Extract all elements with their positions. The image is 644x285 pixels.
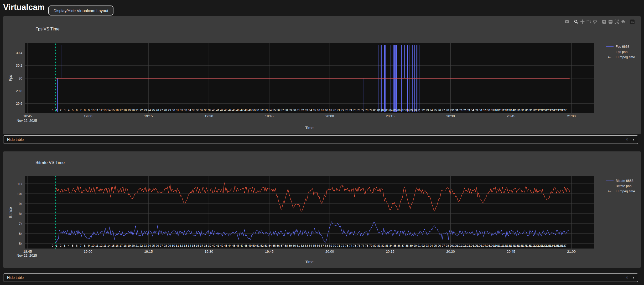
chevron-down-icon[interactable]: ▾: [633, 138, 634, 141]
svg-text:22: 22: [139, 244, 143, 247]
svg-text:94: 94: [430, 109, 433, 112]
svg-text:40: 40: [212, 109, 215, 112]
svg-text:53: 53: [264, 244, 268, 247]
svg-text:97: 97: [442, 244, 445, 247]
bitrate-plot-area[interactable]: 5k6k7k8k9k10k11k18:4519:0019:1519:3019:4…: [3, 151, 641, 268]
svg-text:30: 30: [172, 109, 175, 112]
toggle-layout-button[interactable]: Display/Hide Virtualcam Layout: [48, 6, 113, 15]
hide-table-dropdown[interactable]: Hide table × ▾: [3, 135, 638, 144]
bitrate-chart-panel: Bitrate VS Time Bitrate 5k6k7k8k9k10k11k…: [3, 151, 641, 268]
legend-line-swatch: [606, 186, 614, 186]
svg-text:78: 78: [365, 109, 368, 112]
svg-text:15: 15: [111, 109, 115, 112]
svg-text:19: 19: [127, 109, 131, 112]
svg-text:41: 41: [216, 109, 219, 112]
svg-text:21: 21: [136, 109, 139, 112]
legend-item-ffmpeg-time[interactable]: Aa FFmpeg time: [606, 55, 635, 59]
svg-text:34: 34: [188, 244, 191, 247]
svg-text:15: 15: [111, 244, 115, 247]
svg-text:20:45: 20:45: [507, 250, 515, 254]
svg-text:55: 55: [273, 244, 276, 247]
dropdown-value: Hide table: [7, 276, 626, 280]
clear-icon[interactable]: ×: [626, 137, 628, 142]
svg-text:71: 71: [337, 109, 340, 112]
svg-text:26: 26: [156, 109, 159, 112]
svg-text:14: 14: [107, 244, 111, 247]
svg-text:51: 51: [256, 109, 259, 112]
svg-text:47: 47: [240, 244, 243, 247]
svg-text:84: 84: [389, 244, 392, 247]
svg-text:48: 48: [244, 109, 247, 112]
bitrate-chart-legend: Bitrate 6668 Bitrate pan Aa FFmpeg time: [606, 179, 635, 193]
chevron-down-icon[interactable]: ▾: [633, 276, 634, 279]
svg-text:65: 65: [313, 109, 316, 112]
svg-text:27: 27: [160, 244, 163, 247]
svg-text:11: 11: [95, 244, 98, 247]
svg-text:82: 82: [381, 109, 385, 112]
svg-text:8: 8: [84, 109, 86, 112]
svg-text:7: 7: [80, 244, 81, 247]
svg-text:84: 84: [389, 109, 392, 112]
svg-text:42: 42: [220, 109, 223, 112]
svg-text:8: 8: [84, 244, 86, 247]
svg-text:19:00: 19:00: [84, 250, 92, 254]
svg-text:76: 76: [357, 109, 360, 112]
svg-text:33: 33: [184, 244, 187, 247]
legend-line-swatch: [606, 181, 614, 181]
svg-text:39: 39: [208, 244, 211, 247]
svg-text:21:00: 21:00: [567, 250, 576, 254]
legend-line-swatch: [606, 52, 614, 52]
svg-text:60: 60: [293, 244, 296, 247]
svg-text:30: 30: [19, 77, 22, 80]
svg-text:13: 13: [103, 109, 106, 112]
svg-text:70: 70: [333, 244, 336, 247]
legend-item-fps-6668[interactable]: Fps 6668: [606, 45, 635, 49]
svg-text:10k: 10k: [17, 192, 23, 196]
svg-text:29: 29: [168, 244, 171, 247]
svg-text:97: 97: [442, 109, 445, 112]
svg-text:63: 63: [305, 244, 308, 247]
svg-text:91: 91: [418, 109, 421, 112]
svg-text:36: 36: [196, 109, 199, 112]
svg-text:59: 59: [289, 109, 292, 112]
svg-text:60: 60: [293, 109, 296, 112]
legend-item-ffmpeg-time[interactable]: Aa FFmpeg time: [606, 189, 635, 193]
svg-text:72: 72: [341, 244, 344, 247]
svg-text:81: 81: [377, 244, 380, 247]
svg-text:20:15: 20:15: [386, 250, 394, 254]
hide-table-dropdown[interactable]: Hide table × ▾: [3, 273, 638, 282]
clear-icon[interactable]: ×: [626, 275, 628, 280]
legend-item-bitrate-6668[interactable]: Bitrate 6668: [606, 179, 635, 183]
svg-text:82: 82: [381, 244, 385, 247]
svg-text:43: 43: [224, 109, 227, 112]
svg-text:50: 50: [252, 109, 256, 112]
fps-plot-area[interactable]: 29.629.83030.230.418:4519:0019:1519:3019…: [3, 16, 641, 134]
legend-item-fps-pan[interactable]: Fps pan: [606, 50, 635, 54]
svg-text:8k: 8k: [19, 212, 23, 216]
x-axis-title: Time: [305, 260, 314, 264]
svg-text:29.6: 29.6: [16, 102, 22, 105]
legend-item-bitrate-pan[interactable]: Bitrate pan: [606, 184, 635, 188]
svg-text:23: 23: [144, 244, 147, 247]
svg-text:98: 98: [446, 109, 449, 112]
svg-text:18: 18: [123, 109, 127, 112]
svg-text:17: 17: [120, 244, 123, 247]
svg-text:7k: 7k: [19, 222, 23, 226]
svg-text:18: 18: [123, 244, 127, 247]
svg-text:77: 77: [361, 109, 364, 112]
svg-text:17: 17: [120, 109, 123, 112]
svg-text:20:45: 20:45: [507, 114, 515, 118]
svg-text:54: 54: [268, 109, 272, 112]
svg-text:30.2: 30.2: [16, 64, 22, 67]
svg-text:59: 59: [289, 244, 292, 247]
svg-text:24: 24: [148, 244, 151, 247]
svg-text:49: 49: [248, 244, 252, 247]
svg-text:29: 29: [168, 109, 171, 112]
svg-text:61: 61: [297, 109, 300, 112]
svg-text:96: 96: [438, 244, 441, 247]
svg-text:45: 45: [232, 109, 235, 112]
svg-text:49: 49: [248, 109, 252, 112]
svg-text:68: 68: [325, 109, 328, 112]
svg-text:22: 22: [139, 109, 143, 112]
svg-text:74: 74: [349, 244, 352, 247]
